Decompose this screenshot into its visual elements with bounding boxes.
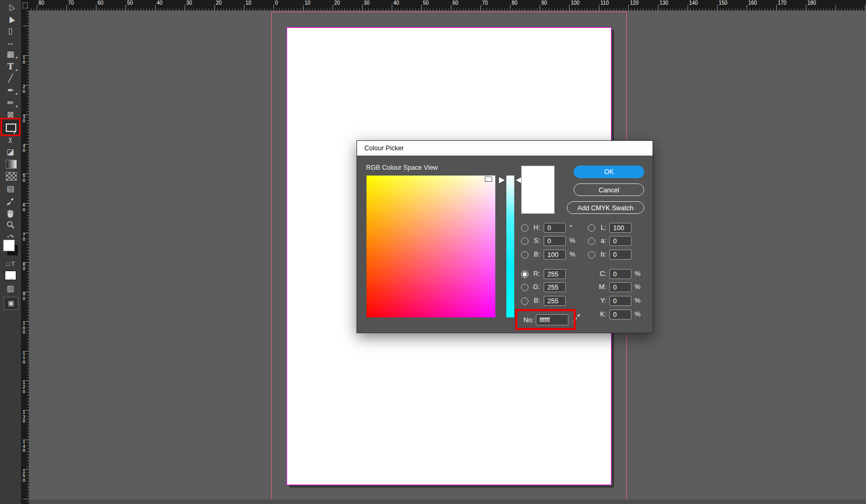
- note-icon[interactable]: ▤: [0, 184, 21, 193]
- label-c: C:: [586, 270, 606, 277]
- fill-color-indicator[interactable]: [3, 240, 15, 251]
- label-l: L:: [586, 224, 606, 231]
- h-ruler-label: 110: [600, 1, 609, 6]
- measure-icon[interactable]: ↔: [0, 38, 21, 47]
- v-ruler-label: 4 0: [23, 144, 25, 153]
- h-ruler-label: 80: [512, 1, 517, 6]
- label-a: a:: [586, 237, 606, 244]
- v-ruler-label: 6 0: [23, 203, 25, 212]
- hand-tool-icon[interactable]: [0, 209, 21, 220]
- frame-x-icon[interactable]: ⊠: [0, 110, 21, 119]
- pen-tool-icon[interactable]: ✒: [0, 86, 21, 95]
- add-cmyk-swatch-button[interactable]: Add CMYK Swatch: [567, 201, 644, 214]
- input-lab-b[interactable]: [609, 250, 631, 260]
- pattern-tool-icon[interactable]: [6, 172, 17, 181]
- h-ruler-label: 40: [157, 1, 162, 6]
- field-row-m: M: %: [357, 282, 653, 293]
- dialog-titlebar[interactable]: Colour Picker: [357, 141, 653, 156]
- v-ruler-label: 5 0: [23, 173, 25, 182]
- ruler-origin-box[interactable]: [21, 0, 29, 11]
- horizontal-ruler[interactable]: 8070605040302010010203040506070809010011…: [21, 0, 866, 11]
- transform-icon[interactable]: ◪: [0, 147, 21, 157]
- field-row-lab-b: b:: [357, 250, 653, 260]
- h-ruler-label: 60: [98, 1, 104, 6]
- h-ruler-label: 30: [186, 1, 192, 6]
- field-row-a: a:: [357, 236, 653, 246]
- gradient-tool-icon[interactable]: [6, 160, 17, 169]
- h-ruler-label: 180: [808, 1, 817, 6]
- horizontal-scrollbar[interactable]: [29, 500, 866, 504]
- rectangle-glyph: [6, 124, 16, 132]
- page-icon[interactable]: ▯: [0, 26, 21, 36]
- h-ruler-label: 0: [275, 1, 278, 6]
- label-hex: No:: [521, 316, 534, 324]
- label-lab-b: b:: [586, 251, 606, 258]
- h-ruler-label: 70: [482, 1, 488, 6]
- h-ruler-label: 40: [393, 1, 399, 6]
- input-m[interactable]: [609, 282, 631, 292]
- vertical-ruler[interactable]: 1 02 03 04 05 06 07 08 09 01 0 01 1 01 2…: [21, 11, 29, 504]
- swatch-icon[interactable]: [5, 271, 16, 280]
- hex-field-row: No:: [357, 314, 653, 325]
- ok-button[interactable]: OK: [574, 166, 644, 178]
- input-a[interactable]: [609, 236, 631, 246]
- field-row-c: C: %: [357, 269, 653, 280]
- zoom-tool-icon[interactable]: [0, 220, 21, 232]
- field-row-l: L:: [357, 223, 653, 233]
- input-c[interactable]: [609, 269, 631, 279]
- hex-input[interactable]: [536, 314, 568, 325]
- dialog-title: Colour Picker: [364, 145, 404, 152]
- v-ruler-label: 9 0: [23, 292, 25, 301]
- text-tool-icon[interactable]: T: [0, 62, 21, 71]
- v-ruler-label: 3 0: [23, 115, 25, 124]
- unit-c: %: [635, 270, 640, 277]
- h-ruler-label: 10: [304, 1, 310, 6]
- h-ruler-label: 20: [216, 1, 222, 6]
- field-row-y: Y: %: [357, 296, 653, 306]
- eyedropper-tool-icon[interactable]: [0, 197, 21, 208]
- colour-picker-dialog: Colour Picker RGB Colour Space View OK C…: [356, 140, 653, 333]
- label-m: M:: [586, 283, 606, 291]
- input-l[interactable]: [609, 223, 631, 233]
- stroke-text-icon[interactable]: □ T: [0, 259, 21, 269]
- v-ruler-label: 8 0: [23, 262, 25, 271]
- slider-handle-left-icon[interactable]: [499, 177, 505, 183]
- v-ruler-label: 1 4 0: [23, 439, 25, 453]
- h-ruler-label: 170: [778, 1, 787, 6]
- placed-image-icon[interactable]: ▣: [4, 297, 18, 310]
- unit-m: %: [635, 283, 640, 291]
- app-window: ▷ ▶ ▯ ↔ ▦ T ╱ ✒ ✏ ⊠ ✂ ◪ ▤ ▫↷ □ T ▥: [0, 0, 866, 504]
- input-y[interactable]: [609, 296, 631, 306]
- dash-style-icon[interactable]: ▥: [0, 284, 21, 293]
- dialog-eyedropper-icon[interactable]: [572, 312, 582, 323]
- v-ruler-label: 1 1 0: [23, 351, 25, 365]
- magnifier-glyph: [6, 220, 15, 230]
- v-ruler-label: 7 0: [23, 233, 25, 242]
- line-tool-icon[interactable]: ╱: [0, 74, 21, 83]
- h-ruler-label: 70: [68, 1, 74, 6]
- colour-preview-swatch: [521, 166, 555, 214]
- select-icon[interactable]: ▶: [0, 15, 21, 24]
- v-ruler-label: 1 0 0: [23, 321, 25, 335]
- gradient-selection-marker[interactable]: [485, 177, 492, 182]
- eyedropper-glyph: [6, 197, 15, 206]
- h-ruler-label: 50: [423, 1, 429, 6]
- select-outline-icon[interactable]: ▷: [0, 3, 21, 12]
- pencil-tool-icon[interactable]: ✏: [0, 98, 21, 108]
- label-y: Y:: [586, 297, 606, 304]
- h-ruler-label: 20: [334, 1, 340, 6]
- h-ruler-label: 30: [364, 1, 370, 6]
- h-ruler-label: 80: [38, 1, 44, 6]
- h-ruler-label: 60: [453, 1, 459, 6]
- h-ruler-label: 10: [246, 1, 251, 6]
- rectangle-tool-icon[interactable]: [2, 120, 19, 134]
- v-ruler-label: 1 2 0: [23, 380, 25, 394]
- cancel-button[interactable]: Cancel: [574, 183, 644, 196]
- unit-y: %: [635, 297, 640, 304]
- h-ruler-label: 140: [689, 1, 698, 6]
- image-frame-icon[interactable]: ▦: [0, 49, 21, 59]
- v-ruler-label: 1 3 0: [23, 410, 25, 424]
- hand-glyph: [6, 209, 15, 218]
- scissors-icon[interactable]: ✂: [0, 135, 21, 145]
- v-ruler-label: 1 0: [23, 55, 25, 64]
